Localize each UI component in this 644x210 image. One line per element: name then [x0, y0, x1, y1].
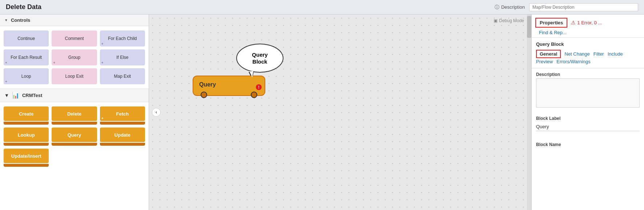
- fetch-wrapper: Fetch +: [100, 106, 145, 125]
- query-crm-button[interactable]: Query: [52, 128, 97, 142]
- crm-label: CRMTest: [22, 93, 42, 98]
- loop-plus: +: [5, 80, 7, 84]
- crm-section-header[interactable]: ▼ 📊 CRMTest: [0, 89, 149, 102]
- right-section-description: Description: [532, 68, 644, 112]
- map-exit-button[interactable]: Map Exit: [100, 68, 145, 84]
- fetch-plus: +: [101, 116, 104, 120]
- update-sub: [100, 143, 145, 146]
- block-label-field-label: Block Label: [536, 116, 640, 121]
- canvas-area: ‹ ▣ Debug Mode QueryBlock ⇩ Query: [149, 15, 531, 210]
- delete-wrapper: Delete: [52, 106, 97, 125]
- crm-icon: 📊: [12, 92, 19, 99]
- description-field-label: Description: [536, 72, 640, 77]
- block-name-label: Block Name: [536, 142, 640, 147]
- debug-mode-label: Debug Mode: [499, 18, 524, 23]
- subtab-general[interactable]: General: [536, 50, 561, 58]
- right-section-block-label: Block Label: [532, 112, 644, 135]
- update-button[interactable]: Update: [100, 128, 145, 142]
- lookup-sub: [4, 143, 49, 146]
- comment-button[interactable]: Comment: [52, 31, 97, 47]
- description-button[interactable]: ⓘ Description: [495, 4, 525, 11]
- right-panel-title: Query Block: [532, 38, 644, 48]
- right-panel: Properties ⚠ 1 Error, 0 ... Find & Rep..…: [531, 15, 644, 210]
- wheel-left: [201, 92, 207, 98]
- for-each-child-label: For Each Child: [108, 36, 137, 41]
- controls-grid: Continue Comment For Each Child + For Ea…: [0, 26, 149, 89]
- for-each-child-button[interactable]: For Each Child +: [100, 31, 145, 47]
- header-right: ⓘ Description: [495, 3, 638, 11]
- fetch-sub: [100, 122, 145, 125]
- loop-button[interactable]: Loop +: [4, 68, 49, 84]
- debug-bracket-icon: ▣: [494, 18, 498, 23]
- query-sub: [52, 143, 97, 146]
- query-block-error-badge: !: [256, 84, 262, 90]
- controls-chevron-icon: ▼: [4, 18, 8, 22]
- tab-find-replace[interactable]: Find & Rep...: [535, 28, 570, 37]
- update-insert-sub: [4, 164, 49, 167]
- query-wrapper: Query: [52, 128, 97, 146]
- loop-exit-button[interactable]: Loop Exit: [52, 68, 97, 84]
- for-each-child-plus: +: [101, 42, 104, 46]
- update-wrapper: Update: [100, 128, 145, 146]
- top-header: Delete Data ⓘ Description: [0, 0, 644, 15]
- for-each-result-button[interactable]: For Each Result +: [4, 49, 49, 65]
- right-panel-tabs: Properties ⚠ 1 Error, 0 ... Find & Rep..…: [532, 15, 644, 38]
- subtab-filter[interactable]: Filter: [593, 50, 604, 58]
- right-panel-subtabs: General Net Change Filter Include Previe…: [532, 48, 644, 68]
- query-block[interactable]: Query !: [193, 76, 265, 96]
- collapse-panel-button[interactable]: ‹: [152, 108, 161, 117]
- lookup-wrapper: Lookup: [4, 128, 49, 146]
- wheel-right: [251, 92, 257, 98]
- loop-label: Loop: [21, 74, 31, 79]
- delete-sub: [52, 122, 97, 125]
- scrollbar-thumb[interactable]: [527, 16, 531, 38]
- left-panel: ▼ Controls Continue Comment For Each Chi…: [0, 15, 149, 210]
- query-block-label: Query: [199, 81, 216, 88]
- speech-bubble: QueryBlock: [236, 44, 283, 73]
- comment-label: Comment: [65, 36, 84, 41]
- vertical-scrollbar[interactable]: [527, 15, 531, 210]
- create-sub: [4, 122, 49, 125]
- if-else-button[interactable]: If Else +: [100, 49, 145, 65]
- subtab-preview[interactable]: Preview: [536, 58, 553, 65]
- description-label: Description: [501, 4, 525, 10]
- group-plus: +: [53, 61, 55, 65]
- debug-mode-button[interactable]: ▣ Debug Mode: [494, 18, 524, 23]
- controls-section-header[interactable]: ▼ Controls: [0, 15, 149, 26]
- question-icon: ⓘ: [495, 4, 499, 11]
- continue-button[interactable]: Continue: [4, 31, 49, 47]
- delete-button[interactable]: Delete: [52, 106, 97, 121]
- update-insert-button[interactable]: Update/Insert: [4, 149, 49, 163]
- group-label: Group: [68, 55, 80, 60]
- group-button[interactable]: Group +: [52, 49, 97, 65]
- page-title: Delete Data: [6, 3, 41, 11]
- for-each-result-label: For Each Result: [11, 55, 42, 60]
- crm-grid: Create Delete Fetch + Lookup Query: [0, 102, 149, 171]
- tab-errors[interactable]: ⚠ 1 Error, 0 ...: [567, 17, 605, 28]
- subtab-net-change[interactable]: Net Change: [564, 50, 589, 58]
- for-each-result-plus: +: [5, 61, 7, 65]
- update-insert-wrapper: Update/Insert: [4, 149, 49, 167]
- subtab-errors-warnings[interactable]: Errors/Warnings: [556, 58, 590, 65]
- tab-errors-label: 1 Error, 0 ...: [577, 20, 602, 25]
- create-button[interactable]: Create: [4, 106, 49, 121]
- block-label-input[interactable]: [536, 122, 640, 131]
- error-circle-icon: ⚠: [571, 20, 576, 25]
- query-block-container: QueryBlock ⇩ Query !: [193, 44, 283, 96]
- right-section-block-name: Block Name: [532, 135, 644, 151]
- continue-label: Continue: [17, 36, 35, 41]
- description-textarea[interactable]: [536, 78, 640, 108]
- if-else-plus: +: [101, 61, 104, 65]
- if-else-label: If Else: [116, 55, 128, 60]
- tab-properties[interactable]: Properties: [535, 18, 567, 28]
- lookup-button[interactable]: Lookup: [4, 128, 49, 142]
- fetch-button[interactable]: Fetch +: [100, 106, 145, 121]
- subtab-include[interactable]: Include: [608, 50, 623, 58]
- loop-exit-label: Loop Exit: [65, 74, 83, 79]
- map-exit-label: Map Exit: [114, 74, 131, 79]
- main-layout: ▼ Controls Continue Comment For Each Chi…: [0, 15, 644, 210]
- query-block-wheels: [201, 92, 257, 98]
- crm-chevron-icon: ▼: [4, 93, 9, 98]
- create-wrapper: Create: [4, 106, 49, 125]
- map-flow-description-input[interactable]: [529, 3, 638, 11]
